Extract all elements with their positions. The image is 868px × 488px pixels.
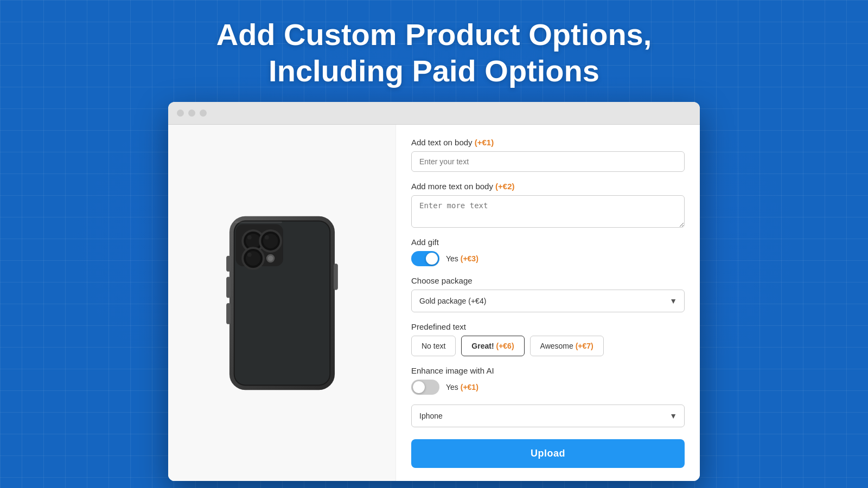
enhance-toggle[interactable] <box>411 380 439 395</box>
predefined-no-text[interactable]: No text <box>411 336 456 356</box>
package-select[interactable]: Gold package (+€4) No package Silver pac… <box>411 290 685 312</box>
device-select-wrapper: Iphone Samsung Other ▼ <box>411 404 685 427</box>
option-group-more-text: Add more text on body (+€2) <box>411 182 685 228</box>
predefined-radio-group: No text Great! (+€6) Awesome (+€7) <box>411 336 685 356</box>
browser-content: Add text on body (+€1) Add more text on … <box>168 125 700 481</box>
enhance-toggle-knob <box>413 381 425 393</box>
phone-svg <box>222 214 342 393</box>
upload-button[interactable]: Upload <box>411 439 685 468</box>
text-body-label: Add text on body (+€1) <box>411 138 685 147</box>
package-select-wrapper: Gold package (+€4) No package Silver pac… <box>411 290 685 312</box>
enhance-label: Enhance image with AI <box>411 366 685 375</box>
gift-toggle-row: Yes (+€3) <box>411 251 685 266</box>
option-group-text-body: Add text on body (+€1) <box>411 138 685 172</box>
svg-rect-19 <box>226 256 231 272</box>
svg-point-7 <box>247 235 251 240</box>
browser-window: Add text on body (+€1) Add more text on … <box>168 102 700 481</box>
gift-label: Add gift <box>411 237 685 247</box>
package-label: Choose package <box>411 276 685 285</box>
svg-point-11 <box>264 235 269 240</box>
enhance-toggle-row: Yes (+€1) <box>411 380 685 395</box>
gift-toggle[interactable] <box>411 251 439 266</box>
svg-point-15 <box>247 253 251 257</box>
option-group-predefined: Predefined text No text Great! (+€6) Awe… <box>411 322 685 356</box>
page-title: Add Custom Product Options, Including Pa… <box>216 16 652 89</box>
product-panel <box>168 125 396 481</box>
option-group-device: Iphone Samsung Other ▼ <box>411 404 685 427</box>
option-group-gift: Add gift Yes (+€3) <box>411 237 685 266</box>
gift-toggle-label: Yes (+€3) <box>446 254 478 263</box>
svg-point-17 <box>267 256 273 261</box>
browser-dot-red <box>177 110 184 117</box>
phone-image <box>212 211 353 395</box>
browser-bar <box>168 102 700 125</box>
more-text-label: Add more text on body (+€2) <box>411 182 685 191</box>
svg-rect-18 <box>334 264 338 290</box>
svg-rect-22 <box>234 221 282 223</box>
device-select[interactable]: Iphone Samsung Other <box>411 404 685 427</box>
enhance-toggle-label: Yes (+€1) <box>446 383 478 391</box>
predefined-great[interactable]: Great! (+€6) <box>461 336 524 356</box>
gift-toggle-knob <box>426 253 438 265</box>
predefined-label: Predefined text <box>411 322 685 331</box>
predefined-awesome[interactable]: Awesome (+€7) <box>530 336 604 356</box>
svg-rect-20 <box>226 277 231 298</box>
options-panel: Add text on body (+€1) Add more text on … <box>396 125 700 481</box>
browser-dot-green <box>200 110 207 117</box>
option-group-package: Choose package Gold package (+€4) No pac… <box>411 276 685 312</box>
more-text-input[interactable] <box>411 195 685 228</box>
text-body-input[interactable] <box>411 151 685 172</box>
browser-dot-yellow <box>188 110 195 117</box>
svg-rect-21 <box>226 303 231 324</box>
option-group-enhance: Enhance image with AI Yes (+€1) <box>411 366 685 395</box>
